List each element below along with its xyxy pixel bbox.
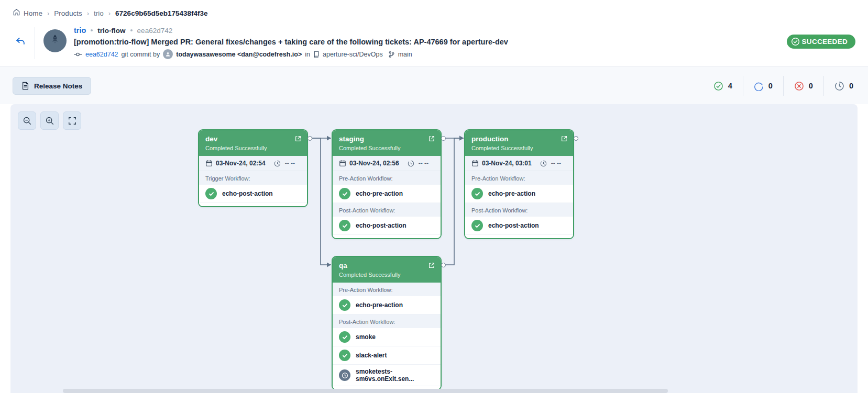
env-node-header: devCompleted Successfully (199, 130, 307, 156)
workflow-item-label: echo-post-action (356, 222, 406, 229)
succeeded-count: 4 (728, 82, 732, 90)
workflow-item[interactable]: echo-post-action (465, 217, 573, 235)
fit-view-button[interactable] (63, 111, 81, 130)
zoom-out-button[interactable] (18, 111, 36, 130)
env-title: staging (339, 135, 400, 143)
env-node-qa[interactable]: qaCompleted SuccessfullyPre-Action Workf… (332, 256, 442, 390)
clock-icon (274, 160, 281, 167)
workflow-success-icon (471, 220, 483, 231)
sub-header: Release Notes 4 0 (0, 67, 868, 104)
env-date: 03-Nov-24, 02:54 (216, 160, 266, 167)
workflow-item-label: echo-pre-action (488, 190, 535, 197)
pending-count: 0 (849, 82, 853, 90)
status-badge-label: SUCCEEDED (802, 38, 848, 46)
env-node-dev[interactable]: devCompleted Successfully03-Nov-24, 02:5… (198, 129, 308, 207)
release-notes-label: Release Notes (34, 82, 82, 90)
product-link[interactable]: trio (74, 26, 86, 35)
workflow-item[interactable]: echo-pre-action (333, 296, 441, 315)
workflow-item[interactable]: echo-pre-action (465, 185, 573, 203)
release-context-line: trio trio-flow eea62d742 (74, 25, 787, 35)
commit-by-label: git commit by (122, 51, 160, 58)
breadcrumb-products[interactable]: Products (54, 9, 82, 17)
workflow-section-label: Post-Action Workflow: (333, 315, 441, 328)
workflow-success-icon (339, 350, 350, 361)
flow-name: trio-flow (97, 27, 125, 35)
workflow-item[interactable]: slack-alert (333, 346, 441, 365)
calendar-icon (471, 160, 479, 167)
workflow-item-label: smoke (356, 333, 376, 341)
external-link-icon[interactable] (428, 135, 435, 142)
env-node-body: 03-Nov-24, 03:01-- --Pre-Action Workflow… (465, 156, 573, 238)
env-node-staging[interactable]: stagingCompleted Successfully03-Nov-24, … (332, 129, 442, 239)
counter-running: 0 (743, 81, 783, 91)
external-link-icon[interactable] (561, 135, 568, 142)
workflow-item[interactable]: echo-pre-action (333, 185, 441, 203)
running-spinner-icon (754, 81, 764, 91)
document-icon (21, 82, 29, 90)
env-node-header: qaCompleted Successfully (333, 257, 441, 283)
workflow-success-icon (471, 188, 483, 199)
breadcrumb-separator: › (87, 9, 89, 17)
failed-count-icon (794, 81, 804, 91)
env-node-header: productionCompleted Successfully (465, 130, 573, 156)
release-status-badge: SUCCEEDED (787, 35, 855, 49)
env-node-body: 03-Nov-24, 02:56-- --Pre-Action Workflow… (333, 156, 441, 238)
workflow-success-icon (339, 220, 350, 231)
horizontal-scrollbar[interactable] (63, 389, 668, 393)
undo-arrow-icon (15, 36, 26, 47)
external-link-icon[interactable] (428, 262, 435, 269)
env-node-header: stagingCompleted Successfully (333, 130, 441, 156)
git-branch-icon (388, 51, 395, 58)
zoom-out-icon (23, 116, 32, 126)
workflow-item[interactable]: smoketests-sm6vs.onExit.sen... (333, 365, 441, 386)
pending-clock-icon (834, 81, 844, 91)
workflow-item[interactable]: echo-post-action (199, 185, 307, 203)
breadcrumb-home[interactable]: Home (13, 8, 42, 18)
calendar-icon (339, 160, 346, 167)
commit-sha-link[interactable]: eea62d742 (85, 51, 118, 58)
env-node-body: Pre-Action Workflow:echo-pre-actionPost-… (333, 283, 441, 389)
workflow-section-label: Trigger Workflow: (199, 171, 307, 185)
workflow-item-label: echo-post-action (222, 190, 273, 197)
fit-view-icon (68, 116, 77, 126)
workflow-item-label: echo-post-action (488, 222, 539, 229)
home-icon (13, 8, 20, 18)
env-node-production[interactable]: productionCompleted Successfully03-Nov-2… (464, 129, 574, 239)
env-meta-row: 03-Nov-24, 03:01-- -- (465, 156, 573, 171)
env-title: dev (205, 135, 267, 143)
workflow-success-icon (205, 188, 217, 199)
workflow-item[interactable]: smoke (333, 328, 441, 346)
connection-port (441, 263, 446, 267)
workflow-section-label: Pre-Action Workflow: (465, 171, 573, 185)
clock-icon (408, 160, 414, 167)
env-meta-row: 03-Nov-24, 02:56-- -- (333, 156, 441, 171)
env-node-body: 03-Nov-24, 02:54-- --Trigger Workflow:ec… (199, 156, 307, 206)
env-status-text: Completed Successfully (471, 145, 533, 151)
env-status-text: Completed Successfully (339, 145, 400, 151)
counter-failed: 0 (784, 81, 823, 91)
back-button[interactable] (13, 33, 28, 49)
workflow-item[interactable]: echo-post-action (333, 217, 441, 235)
counter-pending: 0 (824, 81, 855, 91)
zoom-in-button[interactable] (40, 111, 59, 130)
env-duration: -- -- (419, 160, 428, 167)
dot-separator (91, 29, 93, 31)
graph-canvas[interactable]: devCompleted Successfully03-Nov-24, 02:5… (10, 104, 858, 393)
branch-name[interactable]: main (398, 51, 412, 58)
env-status-text: Completed Successfully (205, 145, 267, 151)
env-duration: -- -- (285, 160, 295, 167)
release-header: trio trio-flow eea62d742 [promotion:trio… (0, 20, 868, 66)
breadcrumb-product-trio[interactable]: trio (94, 9, 104, 17)
env-date: 03-Nov-24, 02:56 (349, 160, 399, 167)
release-avatar (43, 29, 67, 52)
committer-avatar (163, 49, 173, 59)
env-date: 03-Nov-24, 03:01 (482, 160, 532, 167)
release-header-text: trio trio-flow eea62d742 [promotion:trio… (74, 25, 787, 59)
clock-icon (540, 160, 547, 167)
repo-name[interactable]: aperture-sci/DevOps (323, 51, 383, 58)
repository-icon (313, 51, 320, 58)
external-link-icon[interactable] (294, 135, 302, 142)
dot-separator (130, 29, 133, 31)
release-notes-button[interactable]: Release Notes (13, 77, 91, 95)
workflow-success-icon (339, 331, 350, 343)
